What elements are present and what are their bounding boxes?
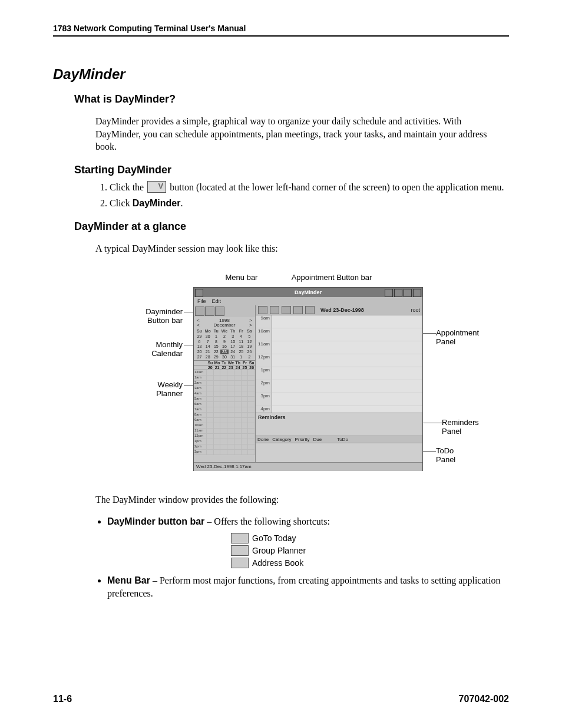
- wp-cell[interactable]: [207, 402, 214, 407]
- todo-panel[interactable]: Done Category Priority Due ToDo: [256, 436, 422, 462]
- wp-cell[interactable]: [248, 407, 255, 413]
- calendar-day[interactable]: 1: [237, 355, 245, 360]
- wp-cell[interactable]: [242, 391, 249, 397]
- wp-cell[interactable]: [220, 381, 227, 386]
- wp-cell[interactable]: [214, 391, 221, 397]
- wp-cell[interactable]: [227, 413, 234, 418]
- calendar-day[interactable]: 19: [246, 344, 253, 349]
- appt-slot[interactable]: [272, 380, 422, 393]
- wp-cell[interactable]: [207, 418, 214, 423]
- menu-file[interactable]: File: [197, 298, 206, 304]
- wp-cell[interactable]: [214, 402, 221, 407]
- wp-cell[interactable]: [220, 370, 227, 375]
- wp-cell[interactable]: [207, 439, 214, 444]
- todo-col-done[interactable]: Done: [257, 437, 269, 442]
- wp-cell[interactable]: [248, 391, 255, 397]
- wp-cell[interactable]: [207, 375, 214, 381]
- wp-cell[interactable]: [234, 413, 242, 418]
- calendar-day[interactable]: 12: [246, 340, 253, 344]
- wp-cell[interactable]: [227, 444, 234, 450]
- wp-cell[interactable]: [207, 423, 214, 429]
- wp-cell[interactable]: [242, 418, 249, 423]
- wp-cell[interactable]: [242, 423, 249, 429]
- wp-cell[interactable]: [214, 450, 221, 455]
- wp-cell[interactable]: [214, 407, 221, 413]
- wp-cell[interactable]: [214, 375, 221, 381]
- wp-cell[interactable]: [227, 423, 234, 429]
- wp-cell[interactable]: [234, 407, 242, 413]
- wp-cell[interactable]: [227, 434, 234, 439]
- wp-cell[interactable]: [234, 429, 242, 434]
- calendar-day[interactable]: 1: [212, 334, 220, 339]
- wp-cell[interactable]: [207, 444, 214, 450]
- appt-slot[interactable]: [272, 328, 422, 341]
- wp-cell[interactable]: [248, 370, 255, 375]
- wp-cell[interactable]: [220, 450, 227, 455]
- wp-cell[interactable]: [214, 434, 221, 439]
- month-prev-icon[interactable]: <: [197, 323, 200, 328]
- wp-cell[interactable]: [220, 423, 227, 429]
- calendar-day[interactable]: 21: [204, 350, 211, 354]
- wp-cell[interactable]: [242, 375, 249, 381]
- wp-cell[interactable]: [234, 370, 242, 375]
- wp-cell[interactable]: [227, 429, 234, 434]
- wp-cell[interactable]: [234, 434, 242, 439]
- todo-col-priority[interactable]: Priority: [295, 437, 310, 442]
- wp-cell[interactable]: [207, 429, 214, 434]
- wp-cell[interactable]: [234, 391, 242, 397]
- wp-cell[interactable]: [242, 407, 249, 413]
- calendar-day[interactable]: 4: [237, 334, 245, 339]
- wp-cell[interactable]: [242, 429, 249, 434]
- address-book-icon[interactable]: [215, 307, 224, 316]
- wp-cell[interactable]: [207, 381, 214, 386]
- calendar-day[interactable]: 9: [220, 340, 228, 344]
- wp-cell[interactable]: [248, 381, 255, 386]
- wp-cell[interactable]: [242, 381, 249, 386]
- wp-cell[interactable]: [207, 450, 214, 455]
- calendar-day[interactable]: 7: [204, 340, 211, 344]
- wp-cell[interactable]: [248, 434, 255, 439]
- wp-cell[interactable]: [220, 434, 227, 439]
- wp-cell[interactable]: [207, 391, 214, 397]
- wp-cell[interactable]: [242, 397, 249, 402]
- calendar-day[interactable]: 17: [229, 344, 237, 349]
- todo-col-category[interactable]: Category: [272, 437, 291, 442]
- wp-cell[interactable]: [248, 444, 255, 450]
- wp-cell[interactable]: [220, 391, 227, 397]
- calendar-day[interactable]: 10: [229, 340, 237, 344]
- help-icon[interactable]: [385, 289, 393, 297]
- wp-cell[interactable]: [234, 418, 242, 423]
- calendar-day[interactable]: 18: [237, 344, 245, 349]
- calendar-day[interactable]: 28: [204, 355, 211, 360]
- appt-slot[interactable]: [272, 367, 422, 380]
- wp-cell[interactable]: [248, 450, 255, 455]
- wp-cell[interactable]: [220, 413, 227, 418]
- appt-slot[interactable]: [272, 354, 422, 367]
- calendar-day-selected[interactable]: 23: [220, 350, 228, 354]
- todo-col-todo[interactable]: ToDo: [337, 437, 348, 442]
- wp-cell[interactable]: [220, 407, 227, 413]
- month-next-icon[interactable]: >: [249, 323, 252, 328]
- calendar-day[interactable]: 24: [229, 350, 237, 354]
- appt-prev-icon[interactable]: [293, 306, 303, 314]
- wp-cell[interactable]: [220, 402, 227, 407]
- wp-cell[interactable]: [214, 397, 221, 402]
- wp-cell[interactable]: [234, 444, 242, 450]
- wp-cell[interactable]: [227, 407, 234, 413]
- wp-cell[interactable]: [227, 386, 234, 391]
- wp-cell[interactable]: [214, 418, 221, 423]
- wp-cell[interactable]: [227, 439, 234, 444]
- wp-cell[interactable]: [227, 370, 234, 375]
- group-planner-icon[interactable]: [205, 307, 214, 316]
- wp-cell[interactable]: [214, 370, 221, 375]
- wp-cell[interactable]: [234, 381, 242, 386]
- wp-cell[interactable]: [227, 402, 234, 407]
- wp-cell[interactable]: [220, 444, 227, 450]
- wp-cell[interactable]: [207, 434, 214, 439]
- calendar-day[interactable]: 30: [220, 355, 228, 360]
- wp-cell[interactable]: [242, 450, 249, 455]
- appointment-panel[interactable]: 9am10am11am12pm1pm2pm3pm4pm5pm: [256, 315, 422, 413]
- reminders-panel[interactable]: Reminders: [256, 413, 422, 436]
- wp-cell[interactable]: [227, 381, 234, 386]
- wp-cell[interactable]: [220, 386, 227, 391]
